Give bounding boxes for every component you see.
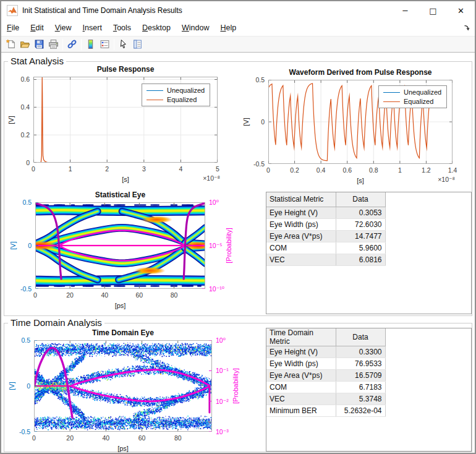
waveform-xlabel: [s] [357, 177, 364, 184]
legend-entry: Unequalized [383, 88, 441, 96]
y-tick-label: 0 [27, 382, 30, 390]
time-panel-label: Time Domain Analysis [8, 317, 104, 328]
metric-cell[interactable]: Eye Area (V*ps) [266, 230, 336, 242]
metric-cell[interactable]: Eye Width (ps) [266, 218, 336, 230]
waveform-ylabel: [V] [242, 118, 250, 126]
link-plot-button[interactable] [65, 38, 79, 51]
probability-tick-label: 10⁻³ [216, 428, 229, 435]
legend-line-sample [383, 92, 400, 93]
pulse-ylabel: [V] [7, 116, 15, 124]
value-cell[interactable]: 5.9600 [336, 242, 385, 254]
metric-cell[interactable]: VEC [266, 393, 336, 405]
table-row[interactable]: Eye Width (ps)76.9533 [266, 358, 385, 370]
value-cell[interactable]: 72.6030 [336, 218, 385, 230]
probability-tick-label: 10⁰ [216, 336, 226, 344]
pulse-legend[interactable]: UnequalizedEqualized [142, 84, 210, 106]
legend-line-sample [147, 90, 163, 91]
table-row[interactable]: Eye Height (V)0.3300 [266, 346, 385, 358]
matlab-figure-window: Init Statistical and Time Domain Analysi… [0, 0, 476, 454]
metric-column-header: Time Domain Metric [266, 328, 336, 346]
value-cell[interactable]: 76.9533 [336, 358, 385, 370]
value-cell[interactable]: 0.3053 [336, 207, 385, 218]
value-cell[interactable]: 14.7477 [336, 230, 385, 242]
stat-panel-label: Stat Analysis [8, 56, 66, 66]
table-row[interactable]: VEC6.0816 [266, 254, 385, 265]
value-cell[interactable]: 5.2632e-04 [336, 405, 385, 417]
metric-cell[interactable]: Eye Height (V) [266, 207, 336, 218]
table-row[interactable]: Eye Width (ps)72.6030 [266, 218, 385, 230]
x-tick-label: 80 [174, 434, 182, 442]
insert-legend-button[interactable] [98, 38, 112, 51]
table-row[interactable]: COM5.9600 [266, 242, 385, 254]
table-row[interactable]: COM6.7183 [266, 382, 385, 393]
window-title: Init Statistical and Time Domain Analysi… [22, 6, 182, 15]
statistical-metric-table[interactable]: Statistical MetricDataEye Height (V)0.30… [266, 192, 472, 314]
insert-colorbar-button[interactable] [83, 38, 98, 51]
x-tick-label: 1 [398, 166, 402, 174]
waveform-title: Waveform Derived from Pulse Response [289, 68, 432, 77]
time-domain-metric-table[interactable]: Time Domain MetricDataEye Height (V)0.33… [266, 328, 472, 452]
table-row[interactable]: Eye Height (V)0.3053 [266, 207, 385, 218]
metric-cell[interactable]: VEC [266, 254, 336, 265]
maximize-button[interactable]: □ [419, 1, 447, 20]
print-button[interactable] [46, 38, 61, 51]
x-tick-label: 80 [171, 291, 178, 299]
metric-cell[interactable]: COM [266, 382, 336, 393]
y-tick-label: -0.5 [19, 428, 30, 435]
dock-figure-icon[interactable] [464, 25, 470, 32]
time-domain-eye-axes[interactable] [34, 340, 212, 432]
time-domain-eye-title: Time Domain Eye [92, 328, 154, 337]
menu-window[interactable]: Window [176, 20, 215, 36]
menu-insert[interactable]: Insert [77, 20, 108, 36]
metric-cell[interactable]: Minimum BER [266, 405, 336, 417]
menu-view[interactable]: View [49, 20, 77, 36]
save-button[interactable] [32, 38, 46, 51]
x-tick-label: 0 [266, 166, 270, 174]
menu-tools[interactable]: Tools [108, 20, 137, 36]
table-row[interactable]: Minimum BER5.2632e-04 [266, 405, 385, 417]
value-cell[interactable]: 6.7183 [336, 382, 385, 393]
title-bar[interactable]: Init Statistical and Time Domain Analysi… [1, 1, 475, 20]
probability-tick-label: 10⁰ [209, 199, 219, 206]
value-cell[interactable]: 0.3300 [336, 346, 385, 358]
table-row[interactable]: VEC5.3748 [266, 393, 385, 405]
edit-plot-button[interactable] [116, 38, 130, 51]
x-tick-label: 0.4 [317, 166, 326, 174]
value-cell[interactable]: 5.3748 [336, 393, 385, 405]
legend-entry: Equalized [147, 96, 205, 103]
open-file-button[interactable] [18, 38, 32, 51]
metric-cell[interactable]: Eye Height (V) [266, 346, 336, 358]
time-eye-probability-label: [Probability] [232, 368, 239, 403]
x-tick-label: 0 [33, 291, 37, 299]
legend-label: Equalized [167, 96, 197, 103]
close-button[interactable]: ✕ [447, 1, 475, 20]
metric-cell[interactable]: Eye Width (ps) [266, 358, 336, 370]
statistical-eye-axes[interactable] [35, 202, 205, 289]
menu-edit[interactable]: Edit [25, 20, 49, 36]
x-tick-label: 1 [69, 165, 72, 173]
table-row[interactable]: Eye Area (V*ps)14.7477 [266, 230, 385, 242]
legend-entry: Unequalized [147, 87, 205, 94]
minimize-button[interactable]: ─ [391, 1, 419, 20]
new-figure-button[interactable] [4, 38, 18, 51]
menu-desktop[interactable]: Desktop [137, 20, 176, 36]
time-domain-eye-plot: Time Domain Eye [V] [ps] [Probability] 0… [34, 340, 212, 432]
toolbar-separator [114, 39, 114, 50]
value-cell[interactable]: 16.5709 [336, 370, 385, 382]
legend-label: Unequalized [404, 88, 441, 96]
pulse-xlabel: [s] [122, 176, 129, 183]
menu-help[interactable]: Help [215, 20, 242, 36]
y-tick-label: 0.4 [20, 103, 30, 111]
y-tick-label: 0.5 [22, 199, 32, 206]
x-tick-label: 5 [216, 165, 219, 173]
x-tick-label: 20 [66, 434, 74, 442]
metric-column-header: Statistical Metric [266, 192, 336, 207]
menu-file[interactable]: File [1, 20, 25, 36]
value-cell[interactable]: 6.0816 [336, 254, 385, 265]
y-tick-label: 0.5 [255, 76, 265, 84]
property-inspector-button[interactable] [130, 38, 145, 51]
metric-cell[interactable]: Eye Area (V*ps) [266, 370, 336, 382]
metric-cell[interactable]: COM [266, 242, 336, 254]
table-row[interactable]: Eye Area (V*ps)16.5709 [266, 370, 385, 382]
waveform-legend[interactable]: UnequalizedEqualized [378, 85, 447, 108]
